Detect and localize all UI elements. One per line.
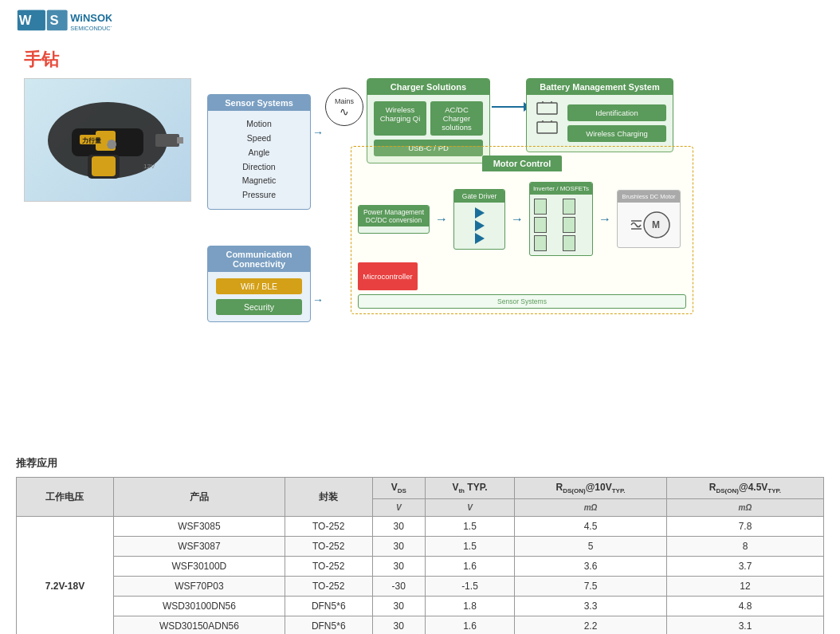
cell-package: TO-252 [285,537,372,557]
unit-mohm1: mΩ [515,499,667,517]
arrow-charger-battery [492,106,524,108]
table-row: WSD30100DN56DFN5*6301.83.34.8 [17,597,824,616]
cell-package: TO-252 [285,517,372,537]
cell-vds: 30 [372,517,425,537]
cell-product: WSD30150ADN56 [113,616,285,634]
th-rds45: RDS(ON)@4.5VTYP. [666,478,823,499]
svg-rect-10 [177,137,183,144]
drill-image: 力行量 12V [24,78,191,202]
cell-rds45: 3.1 [666,616,823,634]
triangle-1 [475,207,485,219]
cell-vth: 1.5 [425,537,514,557]
cell-rds10: 2.2 [515,616,667,634]
svg-rect-17 [537,103,557,114]
th-voltage: 工作电压 [17,478,114,517]
gate-driver-header: Gate Driver [454,190,504,203]
svg-text:力行量: 力行量 [81,137,101,144]
logo-area: W S WiNSOK SEMICONDUCTOR [16,8,112,40]
charger-header: Charger Solutions [367,79,489,95]
sensor-item-6: Pressure [216,188,302,203]
cell-product: WSF3087 [113,537,285,557]
left-panel: 力行量 12V [16,78,199,445]
th-vth: Vth TYP. [425,478,514,499]
arrow-pm-gate: → [435,212,448,226]
svg-text:S: S [49,13,58,28]
products-tbody: 7.2V-18VWSF3085TO-252301.54.57.8WSF3087T… [17,517,824,634]
cell-rds10: 4.5 [515,517,667,537]
arrow-inverter-motor: → [599,212,611,226]
cell-vth: 1.5 [425,517,514,537]
cell-package: DFN5*6 [285,616,372,634]
motor-sensor-systems-label: Sensor Systems [358,294,686,309]
mosfet-grid [530,195,592,255]
cell-rds10: 7.5 [515,577,667,597]
charger-item-2: AC/DC Charger solutions [430,101,483,136]
cell-rds45: 4.8 [666,597,823,616]
cell-rds45: 7.8 [666,517,823,537]
motor-pm-content [359,226,429,233]
mosfet-3 [534,217,547,233]
arrow-gate-inverter: → [511,212,524,226]
battery-item-1: Identification [567,104,666,121]
battery-item-2: Wireless Charging [567,125,666,142]
cell-rds45: 12 [666,577,823,597]
comm-block: CommunicationConnectivity Wifi / BLE Sec… [207,246,311,322]
comm-items: Wifi / BLE Security [208,272,310,321]
diagram-panel: Mains ∿ Charger Solutions Wireless Charg… [207,78,824,445]
mosfet-6 [563,235,575,251]
cell-rds45: 3.7 [666,557,823,577]
sensor-block: Sensor Systems Motion Speed Angle Direct… [207,94,311,210]
unit-v1: V [372,499,425,517]
svg-rect-9 [155,134,179,147]
mosfet-5 [534,235,547,251]
cell-rds10: 3.6 [515,557,667,577]
sensor-item-4: Direction [216,160,302,175]
sensor-content: Motion Speed Angle Direction Magnetic Pr… [208,111,310,209]
cell-vth: 1.6 [425,557,514,577]
inverter-header: Inverter / MOSFETs [530,183,592,195]
recommended-title: 推荐应用 [16,456,824,471]
svg-rect-20 [537,122,557,133]
comm-item-wifi: Wifi / BLE [216,278,302,294]
battery-right-items: Identification Wireless Charging [567,104,666,142]
title-section: 手钻 [16,48,824,72]
th-product: 产品 [113,478,285,517]
unit-mohm2: mΩ [666,499,823,517]
triangle-2 [475,220,485,231]
drill-illustration: 力行量 12V [32,85,183,196]
microcontroller-block: Microcontroller [358,262,418,290]
table-row: WSF70P03TO-252-30-1.57.512 [17,577,824,597]
motor-inner: Power ManagementDC/DC conversion → Gate … [351,175,693,262]
cell-product: WSD30100DN56 [113,597,285,616]
mains-wave-symbol: ∿ [340,106,349,117]
arrow-comm-motor: → [312,293,324,306]
cell-vds: 30 [372,557,425,577]
cell-vds: -30 [372,577,425,597]
header: W S WiNSOK SEMICONDUCTOR [16,8,824,40]
page-title: 手钻 [24,49,59,69]
mains-label: Mains [335,97,354,105]
cell-rds10: 5 [515,537,667,557]
svg-point-13 [107,140,116,149]
battery-caps [533,101,561,145]
cell-vds: 30 [372,616,425,634]
motor-header: Motor Control [482,156,562,171]
svg-text:W: W [19,13,32,28]
sensor-item-2: Speed [216,132,302,146]
cell-vth: -1.5 [425,577,514,597]
cell-package: DFN5*6 [285,597,372,616]
gate-driver-block: Gate Driver [453,189,505,250]
mains-circle: Mains ∿ [325,88,363,126]
logo-icon: W S WiNSOK SEMICONDUCTOR [16,8,112,40]
table-row: 7.2V-18VWSF3085TO-252301.54.57.8 [17,517,824,537]
products-table: 工作电压 产品 封装 VDS Vth TYP. RDS(ON)@10VTYP. … [16,477,824,634]
cell-vth: 1.8 [425,597,514,616]
cell-vds: 30 [372,537,425,557]
battery-header: Battery Management System [527,79,673,95]
brushless-motor-icon: M [627,209,671,241]
cell-product: WSF3085 [113,517,285,537]
inverter-block: Inverter / MOSFETs [529,182,593,256]
cell-package: TO-252 [285,557,372,577]
cell-vth: 1.6 [425,616,514,634]
unit-v2: V [425,499,514,517]
